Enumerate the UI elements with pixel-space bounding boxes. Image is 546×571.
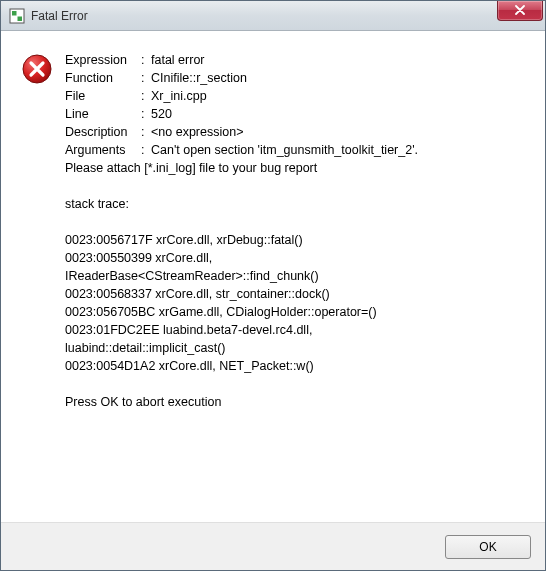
svg-rect-2 [18, 16, 23, 21]
value-function: CInifile::r_section [151, 69, 525, 87]
stack-line: 0023:01FDC2EE luabind.beta7-devel.rc4.dl… [65, 321, 525, 339]
stack-line: luabind::detail::implicit_cast() [65, 339, 525, 357]
row-arguments: Arguments : Can't open section 'itm_guns… [65, 141, 525, 159]
icon-column [21, 51, 65, 512]
dialog-content: Expression : fatal error Function : CIni… [1, 31, 545, 522]
stack-line: 0023:00568337 xrCore.dll, str_container:… [65, 285, 525, 303]
stack-header: stack trace: [65, 195, 525, 213]
label-arguments: Arguments [65, 141, 141, 159]
close-icon [514, 5, 526, 17]
row-function: Function : CInifile::r_section [65, 69, 525, 87]
label-file: File [65, 87, 141, 105]
value-arguments: Can't open section 'itm_gunsmith_toolkit… [151, 141, 525, 159]
stack-line: 0023:00550399 xrCore.dll, [65, 249, 525, 267]
row-line: Line : 520 [65, 105, 525, 123]
ok-button[interactable]: OK [445, 535, 531, 559]
error-icon [21, 71, 53, 88]
row-file: File : Xr_ini.cpp [65, 87, 525, 105]
value-expression: fatal error [151, 51, 525, 69]
message-text: Expression : fatal error Function : CIni… [65, 51, 525, 512]
app-icon [9, 8, 25, 24]
titlebar: Fatal Error [1, 1, 545, 31]
value-file: Xr_ini.cpp [151, 87, 525, 105]
label-description: Description [65, 123, 141, 141]
label-function: Function [65, 69, 141, 87]
window-title: Fatal Error [31, 9, 88, 23]
value-line: 520 [151, 105, 525, 123]
label-line: Line [65, 105, 141, 123]
label-expression: Expression [65, 51, 141, 69]
stack-line: 0023:0056717F xrCore.dll, xrDebug::fatal… [65, 231, 525, 249]
row-description: Description : <no expression> [65, 123, 525, 141]
button-bar: OK [1, 522, 545, 570]
value-description: <no expression> [151, 123, 525, 141]
press-ok-line: Press OK to abort execution [65, 393, 525, 411]
attach-line: Please attach [*.ini_log] file to your b… [65, 159, 525, 177]
row-expression: Expression : fatal error [65, 51, 525, 69]
stack-line: IReaderBase<CStreamReader>::find_chunk() [65, 267, 525, 285]
stack-line: 0023:0054D1A2 xrCore.dll, NET_Packet::w(… [65, 357, 525, 375]
stack-line: 0023:056705BC xrGame.dll, CDialogHolder:… [65, 303, 525, 321]
dialog-window: Fatal Error [0, 0, 546, 571]
svg-rect-1 [12, 11, 17, 16]
close-button[interactable] [497, 1, 543, 21]
